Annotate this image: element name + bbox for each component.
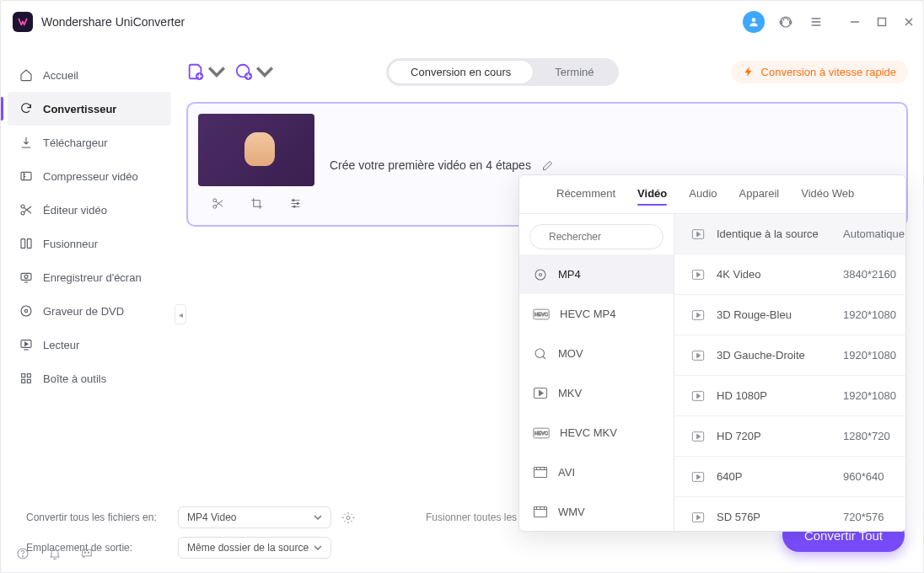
svg-rect-9	[27, 239, 31, 249]
preset-row[interactable]: 640P 960*640	[674, 457, 906, 497]
preset-play-icon	[691, 228, 705, 240]
popover-tab-vidéo-web[interactable]: Vidéo Web	[801, 187, 854, 205]
fast-conversion-badge[interactable]: Conversion à vitesse rapide	[731, 61, 908, 83]
preset-play-icon	[691, 390, 705, 402]
close-button[interactable]	[903, 16, 915, 28]
preset-row[interactable]: Identique à la source Automatique	[674, 214, 906, 254]
svg-rect-17	[22, 379, 25, 383]
preset-name: SD 576P	[717, 511, 843, 523]
tab-done[interactable]: Terminé	[533, 61, 615, 83]
grid-icon	[19, 372, 33, 385]
popover-tabs: RécemmentVidéoAudioAppareilVidéo Web	[519, 175, 905, 213]
preset-edit-icon[interactable]	[905, 470, 906, 483]
trim-icon[interactable]	[211, 196, 224, 210]
preset-edit-icon[interactable]	[905, 268, 906, 281]
popover-tab-récemment[interactable]: Récemment	[556, 187, 615, 205]
format-item-avi[interactable]: AVI	[519, 453, 674, 492]
sidebar-item-toolbox[interactable]: Boîte à outils	[8, 361, 171, 395]
format-icon	[533, 506, 548, 518]
popover-tab-vidéo[interactable]: Vidéo	[637, 187, 667, 205]
convert-all-select[interactable]: MP4 Video	[178, 506, 331, 528]
account-button[interactable]	[743, 11, 765, 33]
card-title: Crée votre première vidéo en 4 étapes	[330, 158, 531, 172]
preset-edit-icon[interactable]	[905, 430, 906, 442]
svg-rect-4	[878, 19, 886, 26]
output-folder-value: Même dossier de la source	[187, 542, 309, 554]
preset-name: 3D Rouge-Bleu	[717, 308, 843, 321]
minimize-button[interactable]	[849, 16, 861, 28]
popover-tab-audio[interactable]: Audio	[689, 187, 717, 205]
preset-row[interactable]: HD 1080P 1920*1080	[674, 376, 906, 416]
format-search-input[interactable]	[547, 230, 677, 244]
preset-edit-icon[interactable]	[905, 389, 906, 402]
notification-icon[interactable]	[48, 547, 62, 560]
app-title: Wondershare UniConverter	[41, 15, 185, 29]
format-item-wmv[interactable]: WMV	[519, 492, 674, 532]
sidebar-item-player[interactable]: Lecteur	[8, 328, 171, 361]
convert-all-value: MP4 Video	[187, 511, 236, 523]
format-label: AVI	[558, 466, 575, 479]
preset-row[interactable]: 4K Video 3840*2160	[674, 254, 906, 295]
format-item-hevc-mp4[interactable]: HEVCHEVC MP4	[519, 294, 674, 334]
sidebar-item-edit[interactable]: Éditeur vidéo	[8, 193, 171, 227]
svg-point-49	[22, 556, 23, 557]
sidebar-item-label: Lecteur	[43, 339, 79, 351]
output-settings-icon[interactable]	[341, 511, 355, 524]
merge-icon	[19, 237, 33, 250]
preset-row[interactable]: 3D Rouge-Bleu 1920*1080	[674, 295, 906, 335]
sidebar-item-label: Compresseur vidéo	[43, 170, 138, 183]
format-item-mp4[interactable]: MP4	[519, 254, 674, 294]
sidebar-item-merge[interactable]: Fusionneur	[8, 227, 171, 260]
sidebar-item-convert[interactable]: Convertisseur	[8, 92, 171, 126]
download-icon	[19, 136, 33, 149]
preset-row[interactable]: 3D Gauche-Droite 1920*1080	[674, 335, 906, 376]
format-icon	[533, 387, 548, 399]
format-popover: RécemmentVidéoAudioAppareilVidéo Web MP4…	[518, 174, 906, 532]
feedback-icon[interactable]	[80, 547, 94, 560]
preset-name: HD 720P	[717, 430, 843, 442]
format-item-mov[interactable]: MOV	[519, 334, 674, 373]
tab-in-progress[interactable]: Conversion en cours	[389, 61, 533, 83]
sidebar-item-home[interactable]: Accueil	[8, 58, 171, 92]
format-icon	[533, 346, 548, 361]
preset-edit-icon[interactable]	[905, 511, 906, 523]
preset-edit-icon[interactable]	[905, 308, 906, 321]
format-item-mkv[interactable]: MKV	[519, 373, 674, 413]
maximize-button[interactable]	[876, 16, 888, 28]
video-thumbnail[interactable]	[198, 114, 314, 186]
main-area: Conversion en cours Terminé Conversion à…	[178, 43, 923, 496]
popover-tab-appareil[interactable]: Appareil	[739, 187, 780, 205]
preset-edit-icon[interactable]	[905, 228, 906, 240]
sidebar-item-record[interactable]: Enregistreur d'écran	[8, 260, 171, 294]
format-search[interactable]	[529, 224, 663, 249]
edit-title-icon[interactable]	[541, 158, 555, 172]
titlebar: Wondershare UniConverter	[1, 1, 923, 43]
compress-icon	[19, 169, 33, 183]
crop-icon[interactable]	[250, 196, 263, 210]
preset-row[interactable]: SD 576P 720*576	[674, 497, 906, 532]
add-file-button[interactable]	[186, 62, 226, 81]
preset-row[interactable]: HD 720P 1280*720	[674, 416, 906, 457]
format-label: HEVC MP4	[560, 308, 615, 320]
sidebar-item-burn[interactable]: Graveur de DVD	[8, 294, 171, 328]
menu-icon[interactable]	[807, 13, 825, 31]
svg-text:HEVC: HEVC	[535, 431, 548, 436]
settings-icon[interactable]	[288, 196, 302, 210]
svg-point-26	[293, 206, 295, 207]
sidebar-item-compress[interactable]: Compresseur vidéo	[8, 159, 171, 193]
output-folder-select[interactable]: Même dossier de la source	[178, 537, 331, 559]
support-icon[interactable]	[776, 13, 795, 31]
sidebar-item-download[interactable]: Téléchargeur	[8, 126, 171, 159]
help-icon[interactable]	[16, 547, 30, 560]
add-url-button[interactable]	[234, 62, 274, 81]
svg-point-0	[752, 18, 756, 22]
cut-icon	[19, 203, 33, 217]
format-label: WMV	[558, 506, 585, 518]
preset-name: 4K Video	[717, 268, 843, 281]
convert-icon	[19, 102, 33, 115]
preset-play-icon	[691, 309, 705, 321]
preset-edit-icon[interactable]	[905, 349, 906, 361]
sidebar-item-label: Accueil	[43, 69, 78, 82]
format-item-hevc-mkv[interactable]: HEVCHEVC MKV	[519, 413, 674, 453]
svg-point-11	[24, 275, 28, 278]
